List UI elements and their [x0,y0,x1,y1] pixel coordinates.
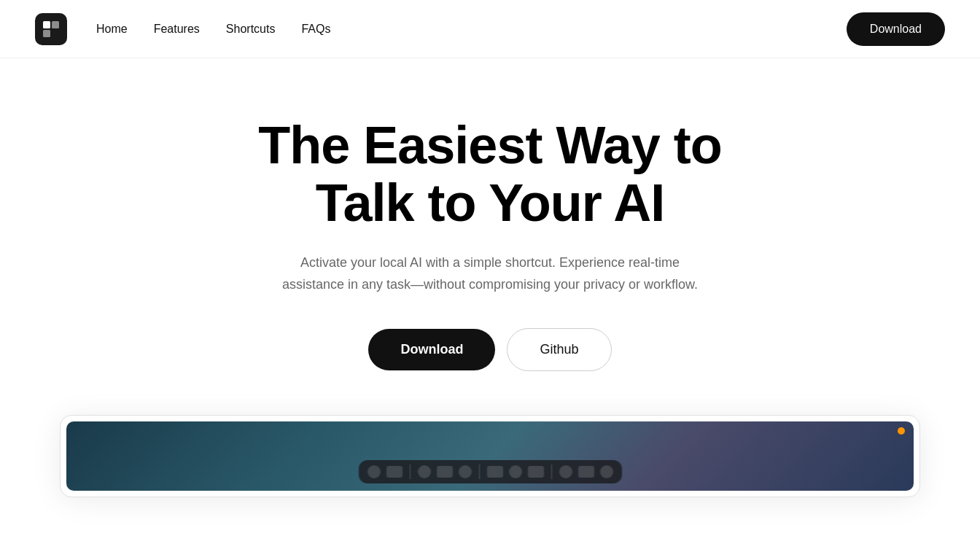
svg-rect-0 [43,21,50,28]
toolbar-item-5 [459,465,472,478]
preview-status-dot [898,427,905,435]
nav-link-faqs[interactable]: FAQs [301,23,330,36]
toolbar-separator-3 [551,464,552,479]
svg-rect-2 [43,30,50,37]
toolbar-item-2 [386,466,402,478]
nav-link-home[interactable]: Home [96,23,128,36]
toolbar-item-4 [437,466,453,478]
preview-inner [66,421,914,491]
hero-download-button[interactable]: Download [368,329,495,370]
hero-github-button[interactable]: Github [507,328,611,371]
hero-subtitle: Activate your local AI with a simple sho… [271,252,709,295]
toolbar-item-8 [528,466,544,478]
toolbar-item-7 [509,465,522,478]
hero-title-line2: Talk to Your AI [316,174,664,232]
preview-container [60,415,920,497]
hero-title: The Easiest Way to Talk to Your AI [258,117,722,232]
hero-buttons: Download Github [368,328,611,371]
toolbar-item-9 [559,465,572,478]
navbar: Home Features Shortcuts FAQs Download [0,0,980,58]
hero-title-line1: The Easiest Way to [258,116,722,174]
logo[interactable] [35,13,67,45]
nav-link-shortcuts[interactable]: Shortcuts [226,23,276,36]
nav-link-features[interactable]: Features [154,23,200,36]
nav-download-button[interactable]: Download [847,12,945,46]
svg-rect-1 [52,21,59,28]
toolbar-item-11 [600,465,613,478]
nav-links: Home Features Shortcuts FAQs [96,23,847,36]
hero-section: The Easiest Way to Talk to Your AI Activ… [0,58,980,415]
preview-section [0,415,980,497]
toolbar-separator-2 [479,464,480,479]
toolbar-item-10 [578,466,594,478]
toolbar-item-1 [368,465,381,478]
preview-toolbar [359,460,622,483]
toolbar-item-3 [418,465,431,478]
toolbar-separator-1 [410,464,411,479]
toolbar-item-6 [487,466,503,478]
